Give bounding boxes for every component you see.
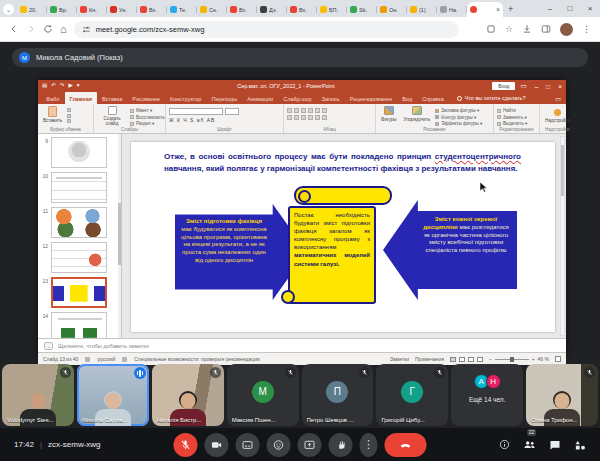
ribbon-tab[interactable]: Справка <box>417 92 449 104</box>
ribbon-tab[interactable]: Главная <box>65 92 97 104</box>
participant-tile-volodymyr[interactable]: Volodymyr Stes... <box>2 364 74 426</box>
bookmark-star-icon[interactable]: ☆ <box>505 24 513 34</box>
window-maximize-button[interactable]: □ <box>560 0 580 17</box>
profile-avatar[interactable] <box>560 23 573 36</box>
home-button[interactable]: ⌂ <box>60 24 67 35</box>
browser-tab[interactable]: Он. <box>377 2 407 17</box>
address-bar[interactable]: meet.google.com/zcx-semw-xwg <box>74 21 459 38</box>
browser-tab[interactable]: 20. <box>17 2 47 17</box>
shape-effects-button[interactable]: Эффекты фигуры ▾ <box>435 121 482 126</box>
browser-tab[interactable]: Вх. <box>287 2 317 17</box>
site-settings-icon[interactable] <box>82 25 91 34</box>
section-button[interactable]: Раздел ▾ <box>130 121 165 126</box>
camera-button[interactable] <box>205 433 229 457</box>
font-style-buttons[interactable]: Ж К Ч S аб АВ <box>169 117 280 123</box>
font-name-box[interactable] <box>169 108 223 115</box>
browser-tab[interactable]: Се. <box>197 2 227 17</box>
spellcheck-status-icon[interactable] <box>85 357 90 362</box>
back-button[interactable] <box>9 24 19 34</box>
ribbon-tab[interactable]: Файл <box>41 92 65 104</box>
arrange-button[interactable]: Упорядочить <box>402 106 433 126</box>
zoom-in-button[interactable]: + <box>532 356 535 362</box>
slideshow-icon[interactable]: ▶ <box>68 83 72 89</box>
diagram-scroll-banner[interactable] <box>294 186 392 205</box>
browser-tab[interactable]: Вр. <box>47 2 77 17</box>
zoom-level[interactable]: 46 % <box>538 356 549 362</box>
participant-tile-natalia[interactable]: Наталія Бистр... <box>152 364 224 426</box>
side-panel-icon[interactable] <box>541 24 551 34</box>
notes-collapse-button[interactable]: ⌄ <box>44 342 53 350</box>
participant-tile-petro[interactable]: П Петро Шевцов ... <box>302 364 374 426</box>
present-screen-button[interactable] <box>298 433 322 457</box>
thumbnail-slide-12[interactable]: 12 <box>41 242 120 273</box>
redo-icon[interactable]: ↷ <box>60 83 65 89</box>
raise-hand-button[interactable] <box>329 433 353 457</box>
browser-tab[interactable]: Те. <box>167 2 197 17</box>
activities-button[interactable] <box>574 428 586 461</box>
zoom-out-button[interactable]: – <box>489 356 492 362</box>
thumbnail-slide-14[interactable]: 14 <box>41 312 120 338</box>
ribbon-tab[interactable]: Рисование <box>127 92 165 104</box>
share-icon[interactable] <box>486 24 496 34</box>
browser-tab[interactable]: На. <box>437 2 467 17</box>
diagram-right-arrow-box[interactable]: Зміст кожної окремої дисципліни має розг… <box>383 200 517 300</box>
tell-me-box[interactable]: Что вы хотите сделать? <box>457 92 526 104</box>
slide-thumbnail-panel[interactable]: 9 10 11 12 13 14 <box>38 134 122 338</box>
addins-button[interactable]: Надстройки <box>543 106 572 126</box>
ppt-maximize-button[interactable]: □ <box>546 83 550 90</box>
meeting-details-button[interactable] <box>499 428 510 461</box>
browser-tab[interactable]: Sk. <box>347 2 377 17</box>
download-icon[interactable] <box>522 24 532 34</box>
window-close-button[interactable]: × <box>580 0 600 17</box>
accessibility-status[interactable]: Специальные возможности: проверьте реком… <box>134 356 259 362</box>
paste-button[interactable]: Вставить <box>41 106 64 126</box>
browser-tab[interactable]: Дз. <box>257 2 287 17</box>
thumbnail-slide-11[interactable]: 11 <box>41 207 120 238</box>
participant-tile-mykola-speaking[interactable]: Микола Садов... <box>77 364 149 426</box>
view-mode-buttons[interactable] <box>450 357 483 362</box>
presenter-banner[interactable]: M Микола Садовий (Показ) <box>12 48 588 67</box>
find-button[interactable]: Найти <box>497 108 527 113</box>
thumbnail-slide-9[interactable]: 9 <box>41 137 120 168</box>
forward-button[interactable] <box>26 24 36 34</box>
shapes-button[interactable]: Фигуры <box>379 106 399 126</box>
cut-button[interactable] <box>67 108 71 112</box>
ribbon-collapse-icon[interactable]: ▭ <box>555 92 566 104</box>
chrome-menu-icon[interactable]: ⋮ <box>582 24 591 34</box>
zoom-slider[interactable] <box>495 359 529 360</box>
ribbon-tab[interactable]: Вставка <box>97 92 127 104</box>
thumbnail-slide-13-selected[interactable]: 13 <box>41 277 120 308</box>
save-icon[interactable]: ▤ <box>42 83 47 89</box>
reactions-button[interactable] <box>267 433 291 457</box>
ribbon-tab[interactable]: Вид <box>397 92 417 104</box>
ppt-close-button[interactable]: × <box>558 83 562 90</box>
notes-toggle[interactable]: Заметки <box>390 356 409 362</box>
browser-tab[interactable]: Кн. <box>77 2 107 17</box>
browser-tab[interactable]: Вх. <box>227 2 257 17</box>
browser-tab[interactable]: Вх. <box>137 2 167 17</box>
captions-button[interactable] <box>236 433 260 457</box>
browser-tab[interactable]: (1) <box>407 2 437 17</box>
new-slide-button[interactable]: Создать слайд <box>97 106 127 126</box>
window-minimize-button[interactable]: – <box>540 0 560 17</box>
diagram-center-box[interactable]: Постає необхідність будувати зміст підго… <box>288 206 376 304</box>
participant-tile-olena[interactable]: Олена Трифон... <box>526 364 598 426</box>
thumbnail-slide-10[interactable]: 10 <box>41 172 120 203</box>
ribbon-tab[interactable]: Конструктор <box>165 92 206 104</box>
ppt-notes-bar[interactable]: ⌄ Щелкните, чтобы добавить заметки <box>38 338 566 352</box>
participant-tile-hryhorii[interactable]: Г Григорій Цибу... <box>376 364 448 426</box>
shape-outline-button[interactable]: Контур фигуры ▾ <box>435 115 482 120</box>
ribbon-tab[interactable]: Анимации <box>242 92 278 104</box>
font-size-box[interactable] <box>225 108 239 115</box>
browser-tab[interactable]: БП. <box>317 2 347 17</box>
reload-button[interactable] <box>43 24 53 34</box>
leave-call-button[interactable] <box>385 433 427 457</box>
ribbon-tab[interactable]: Запись <box>317 92 345 104</box>
more-options-button[interactable]: ⋮ <box>360 433 378 457</box>
chat-button[interactable] <box>549 428 561 461</box>
mic-button-muted[interactable] <box>174 433 198 457</box>
active-tab-meet[interactable]: × <box>467 2 503 17</box>
thumbnail-scrollbar[interactable] <box>118 134 121 338</box>
language-indicator[interactable]: русский <box>97 356 115 362</box>
ppt-signin-button[interactable]: Вход <box>492 82 515 90</box>
